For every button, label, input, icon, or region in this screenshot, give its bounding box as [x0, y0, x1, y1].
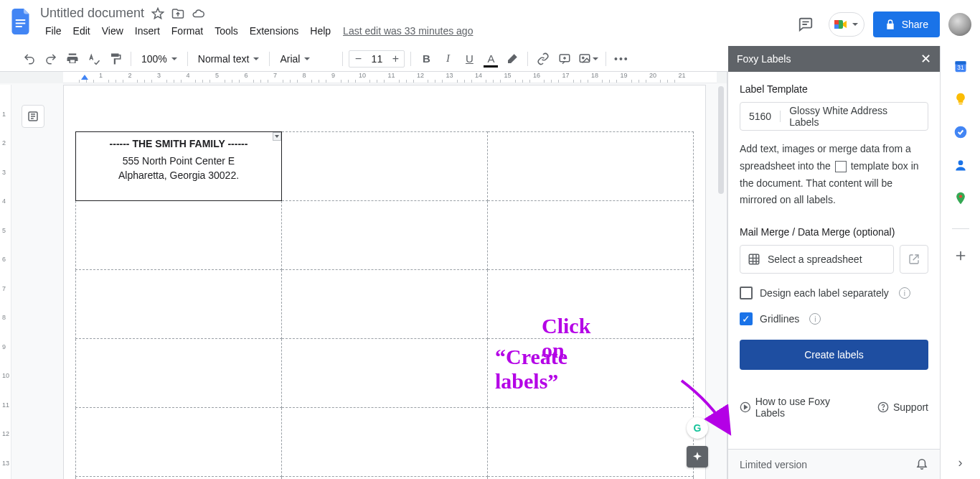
support-link[interactable]: Support: [877, 396, 928, 419]
label-cell-2-3[interactable]: [488, 201, 694, 270]
svg-point-13: [882, 409, 883, 410]
menu-extensions[interactable]: Extensions: [245, 22, 303, 39]
tasks-icon[interactable]: [953, 125, 968, 139]
highlight-button[interactable]: [503, 50, 522, 68]
insert-comment-button[interactable]: [555, 50, 574, 68]
document-title[interactable]: Untitled document: [40, 6, 144, 21]
last-edit-link[interactable]: Last edit was 33 minutes ago: [343, 25, 473, 37]
svg-point-8: [583, 57, 584, 58]
select-spreadsheet-label: Select a spreadsheet: [768, 254, 862, 265]
label-cell-2-2[interactable]: [282, 201, 488, 270]
design-each-checkbox[interactable]: [740, 287, 753, 299]
vertical-ruler[interactable]: 1234567891011121314: [0, 85, 11, 479]
scrollbar[interactable]: [718, 86, 724, 473]
horizontal-ruler[interactable]: 123456789101112131415161718192021: [63, 72, 717, 83]
label-cell-6-1[interactable]: [76, 477, 282, 480]
label-cell-6-2[interactable]: [282, 477, 488, 480]
info-icon[interactable]: i: [809, 313, 821, 325]
cloud-status-icon[interactable]: [192, 7, 204, 20]
font-size-increase[interactable]: +: [387, 52, 404, 65]
calendar-icon[interactable]: 31: [953, 59, 968, 73]
label-cell-3-1[interactable]: [76, 270, 282, 339]
document-page[interactable]: ------ THE SMITH FAMILY ------ 555 North…: [63, 85, 706, 479]
add-addon-icon[interactable]: ＋: [953, 248, 968, 262]
bold-button[interactable]: B: [417, 50, 435, 68]
label-cell-2-1[interactable]: [76, 201, 282, 270]
close-icon[interactable]: ✕: [920, 51, 931, 67]
howto-link[interactable]: How to use Foxy Labels: [740, 396, 860, 419]
move-icon[interactable]: [171, 7, 184, 20]
cell-menu-icon[interactable]: [273, 132, 281, 141]
comments-icon[interactable]: [791, 10, 820, 39]
menu-help[interactable]: Help: [305, 22, 336, 39]
design-each-label: Design each label separately: [760, 287, 889, 299]
text-color-button[interactable]: A: [481, 50, 500, 68]
redo-button[interactable]: [42, 50, 60, 68]
label-cell-1-3[interactable]: [488, 132, 694, 201]
svg-point-19: [958, 160, 963, 165]
print-button[interactable]: [63, 50, 82, 68]
underline-button[interactable]: U: [460, 50, 479, 68]
svg-point-20: [958, 195, 961, 197]
menu-file[interactable]: File: [40, 22, 67, 39]
explore-button[interactable]: [687, 446, 708, 468]
menu-tools[interactable]: Tools: [209, 22, 243, 39]
maps-icon[interactable]: [953, 191, 968, 205]
zoom-select[interactable]: 100%: [137, 50, 182, 68]
foxy-sidepanel: Foxy Labels ✕ Label Template 5160 Glossy…: [727, 72, 940, 479]
label-cell-4-3[interactable]: [488, 339, 694, 408]
select-spreadsheet-button[interactable]: Select a spreadsheet: [740, 245, 894, 274]
menu-view[interactable]: View: [97, 22, 128, 39]
menu-edit[interactable]: Edit: [68, 22, 95, 39]
star-icon[interactable]: [151, 7, 164, 20]
app-header: Untitled document File Edit View Insert …: [0, 0, 980, 46]
open-spreadsheet-button[interactable]: [900, 245, 928, 274]
info-icon[interactable]: i: [899, 287, 910, 299]
font-size-decrease[interactable]: −: [349, 52, 367, 65]
svg-rect-4: [834, 20, 839, 24]
template-name: Glossy White Address Labels: [781, 105, 928, 128]
label-cell-1-1[interactable]: ------ THE SMITH FAMILY ------ 555 North…: [76, 132, 282, 201]
label-cell-5-1[interactable]: [76, 408, 282, 477]
gridlines-label: Gridlines: [760, 313, 799, 325]
right-side-rail: 31 ＋ ›: [940, 46, 980, 479]
label-cell-4-2[interactable]: [282, 339, 488, 408]
zoom-value: 100%: [141, 53, 167, 65]
style-select[interactable]: Normal text: [194, 50, 264, 68]
label-cell-1-2[interactable]: [282, 132, 488, 201]
label-cell-3-2[interactable]: [282, 270, 488, 339]
font-select[interactable]: Arial: [275, 50, 336, 68]
menu-insert[interactable]: Insert: [130, 22, 165, 39]
insert-link-button[interactable]: [534, 50, 552, 68]
label-grid: ------ THE SMITH FAMILY ------ 555 North…: [75, 131, 694, 479]
collapse-rail-button[interactable]: ›: [958, 455, 963, 470]
label-cell-5-3[interactable]: [488, 408, 694, 477]
bell-icon[interactable]: [915, 457, 928, 472]
paint-format-button[interactable]: [106, 50, 125, 68]
share-button[interactable]: Share: [873, 11, 940, 37]
label-cell-3-3[interactable]: [488, 270, 694, 339]
menu-format[interactable]: Format: [166, 22, 208, 39]
create-labels-button[interactable]: Create labels: [740, 340, 928, 370]
template-selector[interactable]: 5160 Glossy White Address Labels: [740, 102, 928, 131]
header-right: Share: [791, 10, 971, 39]
italic-button[interactable]: I: [438, 50, 457, 68]
label-cell-4-1[interactable]: [76, 339, 282, 408]
undo-button[interactable]: [20, 50, 39, 68]
insert-image-button[interactable]: [577, 50, 600, 68]
contacts-icon[interactable]: [953, 158, 968, 172]
account-avatar[interactable]: [948, 13, 971, 36]
grammarly-icon[interactable]: G: [687, 417, 708, 439]
document-outline-button[interactable]: [22, 105, 44, 128]
help-icon: [877, 401, 889, 413]
keep-icon[interactable]: [953, 92, 968, 106]
menu-bar: File Edit View Insert Format Tools Exten…: [40, 22, 473, 39]
more-toolbar-button[interactable]: •••: [612, 50, 631, 68]
label-cell-6-3[interactable]: [488, 477, 694, 480]
label-cell-5-2[interactable]: [282, 408, 488, 477]
meet-button[interactable]: [829, 12, 864, 37]
font-size-value[interactable]: 11: [367, 53, 387, 65]
docs-logo-icon[interactable]: [9, 9, 34, 34]
spellcheck-button[interactable]: [85, 50, 103, 68]
gridlines-checkbox[interactable]: ✓: [740, 312, 753, 325]
